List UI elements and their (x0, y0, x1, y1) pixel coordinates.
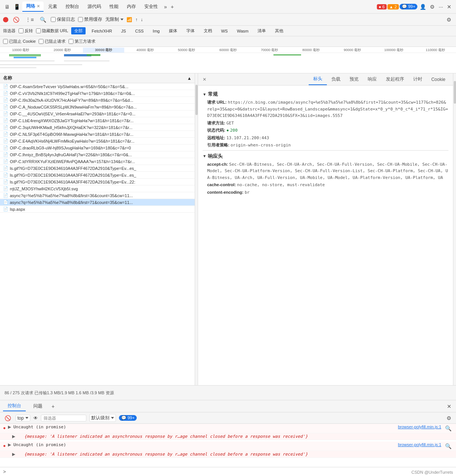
file-row-7[interactable]: 📄 OIP-C.NL5F3p6T4GpBO96f-MavwgHaHa?w=181… (0, 131, 195, 138)
file-row-16[interactable]: 📄 async?q=%e5%b7%a5%e7%a8%8b&first=36&co… (0, 192, 195, 199)
error-badge[interactable]: ● 6 (377, 4, 387, 9)
more-tabs-icon[interactable]: » (162, 3, 169, 11)
search-icon[interactable]: 🔍 (38, 16, 48, 23)
console-tab-issues[interactable]: 问题 (29, 401, 47, 411)
file-list-scrollbar[interactable] (195, 73, 198, 385)
tab-response[interactable]: 响应 (363, 74, 381, 85)
tab-performance[interactable]: 性能 (106, 2, 122, 11)
filter-tab-wasm[interactable]: Wasm (234, 28, 251, 34)
tab-preview[interactable]: 预览 (345, 74, 363, 85)
headers-scrollbar-thumb[interactable] (454, 81, 456, 104)
filter-icon[interactable]: ⋮≡ (24, 16, 35, 23)
error-search-icon-0[interactable]: 🔍 (444, 425, 453, 432)
file-row-5[interactable]: 📄 OIP-C.LbE4rengXWtXOZBJaGYTcgHaHa?w=181… (0, 117, 195, 124)
tab-payload[interactable]: 负载 (327, 74, 345, 85)
console-filter-input[interactable] (41, 415, 86, 422)
file-row-15[interactable]: 📄 rrjtJZ_M3OSYhwlH2KCcV5Xjb5I.svg (0, 185, 195, 192)
network-settings-icon[interactable]: ⚙ (445, 16, 453, 23)
tab-memory[interactable]: 内存 (123, 2, 140, 11)
filter-tab-manifest[interactable]: 清单 (255, 27, 269, 34)
console-settings-icon[interactable]: ⚙ (445, 414, 453, 422)
error-link-1[interactable]: browser-polyfill.min.js:1 (398, 442, 441, 447)
scroll-up-icon[interactable]: ▲ (187, 76, 192, 81)
error-expand-0[interactable]: ▶ (8, 425, 11, 429)
profile-icon[interactable]: 👤 (418, 3, 428, 11)
filter-tab-fetch-xhr[interactable]: Fetch/XHR (89, 28, 115, 34)
console-close-icon[interactable]: ✕ (445, 403, 453, 410)
file-row-2[interactable]: 📄 OIP-C.l9s30a2fxA-iiXzDVK7HcAHaFY?w=89&… (0, 97, 195, 104)
error-detail-expand-1[interactable]: ▶ (12, 452, 15, 457)
console-clear-icon[interactable]: 🚫 (3, 414, 12, 422)
filter-tab-other[interactable]: 其他 (272, 27, 286, 34)
devtools-settings-icon[interactable]: ⚙ (428, 3, 436, 11)
file-row-6[interactable]: 📄 OIP-C.3spUWiHKMadl_H5kfmJjXQHaEK?w=322… (0, 124, 195, 131)
blocked-cookie-checkbox[interactable] (3, 39, 8, 44)
devtools-close-icon[interactable]: ✕ (445, 3, 453, 11)
blocked-requests-checkbox[interactable] (39, 39, 44, 44)
filter-tab-font[interactable]: 字体 (183, 27, 198, 34)
general-section-header[interactable]: ▼ 常规 (203, 91, 448, 98)
tab-timing[interactable]: 计时 (409, 74, 427, 85)
reverse-label[interactable]: 反转 (19, 28, 33, 34)
warning-badge[interactable]: ▲ 2 (387, 4, 399, 9)
response-headers-section-header[interactable]: ▼ 响应头 (203, 153, 448, 160)
tab-console[interactable]: 控制台 (62, 2, 83, 11)
console-message-badge[interactable]: 💬 99+ (119, 415, 137, 421)
filter-label[interactable]: 筛选器 (3, 28, 16, 34)
file-row-9[interactable]: 📄 OIP-C.draoRLbG9-uW-hj89SJvugHaHa?w=169… (0, 145, 195, 151)
error-expand-1[interactable]: ▶ (8, 442, 11, 447)
disable-cache-checkbox[interactable] (78, 17, 83, 22)
devtools-more-icon[interactable]: ··· (437, 3, 445, 11)
file-row-13[interactable]: 📄 ls.gif?IG=D73E0C1E9D634610A4A3FF4672DA… (0, 172, 195, 179)
blocked-requests-label[interactable]: 已阻止请求 (39, 39, 66, 44)
filter-tab-img[interactable]: Img (150, 28, 162, 34)
file-row-4[interactable]: 📄 OIP-C.__4USOwVj5EV_Vr6en4rswHaEl?w=293… (0, 110, 195, 117)
add-tab-icon[interactable]: + (169, 3, 175, 11)
file-row-17[interactable]: 📄 async?q=%e5%b7%a5%e7%a8%8b&first=71&co… (0, 199, 195, 206)
hide-data-urls-label[interactable]: 隐藏数据 URL (36, 28, 68, 34)
tab-headers[interactable]: 标头 (309, 73, 327, 85)
headers-scrollbar[interactable] (453, 73, 456, 385)
add-console-tab-icon[interactable]: + (50, 403, 56, 410)
blocked-cookie-label[interactable]: 已阻止 Cookie (3, 39, 36, 44)
console-context-selector[interactable]: top (16, 415, 30, 422)
tab-close-icon[interactable]: ✕ (37, 4, 40, 8)
tab-security[interactable]: 安全性 (141, 2, 162, 11)
disable-cache-label[interactable]: 禁用缓存 (78, 16, 102, 23)
tab-network[interactable]: 网络 ✕ (22, 2, 44, 12)
file-row-8[interactable]: 📄 OIP-C.E4AqVKHs6Nj4LWFmMkoEywHalo?w=156… (0, 138, 195, 145)
file-row-0[interactable]: 📄 OIP-C.4samSrbreTvicver VpSIwHabs.w=65&… (0, 83, 195, 90)
tab-cookie[interactable]: Cookie (427, 75, 450, 84)
console-level-selector[interactable]: 默认级别 (89, 414, 116, 422)
filter-tab-js[interactable]: JS (118, 28, 129, 34)
clear-icon[interactable]: 🚫 (11, 16, 21, 23)
third-party-label[interactable]: 第三方请求 (69, 39, 95, 44)
error-detail-expand-0[interactable]: ▶ (12, 434, 15, 439)
file-row-14[interactable]: 📄 ls.gif?IG=D73E0C1E9D634610A4A3FF4672DA… (0, 179, 195, 185)
file-list-scrollbar-thumb[interactable] (195, 85, 198, 115)
file-row-18[interactable]: 📄 lsp.aspx (0, 206, 195, 213)
third-party-checkbox[interactable] (69, 39, 73, 44)
filter-tab-ws[interactable]: WS (218, 28, 231, 34)
file-row-1[interactable]: 📄 OIP-C.vV3Vb2NIk1tC97I499e2TgHaFl?w=179… (0, 90, 195, 97)
tab-sources[interactable]: 源代码 (84, 2, 105, 11)
console-input[interactable] (8, 469, 453, 474)
message-badge[interactable]: 💬 99+ (400, 4, 418, 9)
reverse-checkbox[interactable] (19, 28, 23, 33)
responsive-icon[interactable]: 📱 (12, 3, 22, 11)
file-row-12[interactable]: 📄 ls.gif?IG=D73E0C1E9D634610A4A3FF4672DA… (0, 165, 195, 172)
filter-tab-doc[interactable]: 文档 (201, 27, 215, 34)
error-link-0[interactable]: browser-polyfill.min.js:1 (398, 425, 441, 429)
file-row-10[interactable]: 📄 OIP-C.lhniyz_BnBSj4ynJqfruGAHaFj?w=226… (0, 151, 195, 158)
file-row-11[interactable]: 📄 OIP-C.ldYRRXKYuFXzlEtWEPAnPQAAAA?w=157… (0, 158, 195, 165)
preserve-log-label[interactable]: 保留日志 (51, 16, 75, 23)
filter-tab-all[interactable]: 全部 (71, 27, 86, 34)
record-button[interactable] (3, 17, 8, 22)
filter-tab-css[interactable]: CSS (132, 28, 147, 34)
close-panel-button[interactable]: ✕ (201, 75, 208, 84)
throttle-selector[interactable]: 无限制 (105, 16, 123, 23)
preserve-log-checkbox[interactable] (51, 17, 56, 22)
error-search-icon-1[interactable]: 🔍 (444, 442, 453, 450)
tab-elements[interactable]: 元素 (44, 2, 61, 11)
file-row-3[interactable]: 📄 OIP-C.A_NoduwCGKS5RSLpWJN9wwHaFm?w=89&… (0, 104, 195, 110)
